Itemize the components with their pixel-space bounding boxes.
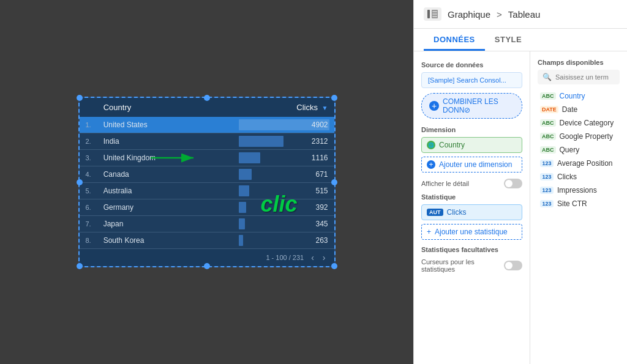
- search-icon: 🔍: [543, 73, 552, 81]
- afficher-detail-row: Afficher le détail: [421, 179, 522, 188]
- row-clicks: 4902: [239, 117, 334, 133]
- field-item[interactable]: 123 Impressions: [538, 184, 620, 197]
- add-dim-label: Ajouter une dimension: [439, 160, 512, 169]
- curseurs-section: Curseurs pour les statistiques: [421, 258, 522, 273]
- statistique-chip-label: Clicks: [447, 208, 467, 217]
- add-dim-plus-icon: +: [427, 160, 435, 169]
- row-num: 7.: [80, 216, 97, 232]
- row-num: 3.: [80, 150, 97, 166]
- panel-header: Graphique > Tableau: [414, 0, 627, 29]
- row-num: 6.: [80, 199, 97, 216]
- resize-handle-ml[interactable]: [77, 179, 83, 185]
- field-item[interactable]: 123 Clicks: [538, 170, 620, 184]
- row-num: 2.: [80, 133, 97, 150]
- next-page-button[interactable]: ›: [320, 253, 328, 262]
- datasource-button[interactable]: [Sample] Search Consol...: [421, 72, 522, 88]
- field-type-badge: ABC: [540, 146, 556, 154]
- field-type-badge: 123: [540, 200, 554, 207]
- row-clicks: 263: [239, 232, 334, 249]
- table-icon-wide: [432, 10, 438, 18]
- row-clicks: 345: [239, 216, 334, 232]
- field-item[interactable]: 123 Average Position: [538, 157, 620, 170]
- dimension-chip-country[interactable]: 🌐 Country: [421, 137, 522, 153]
- row-num: 8.: [80, 232, 97, 249]
- clic-annotation: clic: [260, 191, 297, 217]
- field-name: Clicks: [557, 173, 577, 181]
- field-name: Country: [560, 92, 585, 100]
- combine-plus-icon: +: [429, 101, 439, 111]
- curseurs-label: Curseurs pour les: [421, 258, 475, 266]
- curseurs-toggle-row: Curseurs pour les statistiques: [421, 258, 522, 273]
- table-row: 1. United States 4902: [80, 117, 334, 133]
- sort-arrow-icon: ▼: [322, 105, 328, 111]
- prev-page-button[interactable]: ‹: [309, 253, 317, 262]
- field-item[interactable]: ABC Device Category: [538, 116, 620, 130]
- field-item[interactable]: DATE Date: [538, 103, 620, 116]
- field-type-badge: ABC: [540, 133, 556, 140]
- curseurs-toggle[interactable]: [504, 261, 522, 270]
- resize-handle-br[interactable]: [331, 263, 337, 269]
- add-stat-plus-icon: +: [427, 228, 431, 236]
- field-item[interactable]: ABC Google Property: [538, 130, 620, 143]
- table-icon-line: [427, 10, 430, 18]
- table-row: 4. Canada 671: [80, 166, 334, 183]
- right-panel: Graphique > Tableau DONNÉES STYLE Source…: [413, 0, 627, 364]
- data-table: Country Clicks ▼ 1. United States 4902 2…: [80, 98, 334, 249]
- statistique-chip-clicks[interactable]: AUT Clicks: [421, 204, 522, 220]
- field-name: Impressions: [557, 186, 597, 195]
- col-num-header: [80, 98, 97, 117]
- field-type-badge: ABC: [540, 119, 556, 127]
- afficher-detail-toggle[interactable]: [504, 179, 522, 188]
- dimension-chip-label: Country: [439, 141, 465, 149]
- resize-handle-bl[interactable]: [77, 263, 83, 269]
- aut-badge: AUT: [427, 209, 443, 216]
- field-item[interactable]: 123 Site CTR: [538, 197, 620, 210]
- statistique-label: Statistique: [421, 193, 522, 201]
- table-row: 3. United Kingdom 1116: [80, 150, 334, 166]
- row-country: South Korea: [97, 232, 239, 249]
- resize-handle-tm[interactable]: [204, 95, 210, 101]
- add-statistique-button[interactable]: + Ajouter une statistique: [421, 224, 522, 240]
- datasource-label: Source de données: [421, 61, 522, 69]
- field-name: Site CTR: [557, 199, 587, 208]
- field-type-badge: 123: [540, 160, 554, 167]
- row-country: Australia: [97, 183, 239, 199]
- field-name: Query: [560, 146, 580, 154]
- field-type-badge: 123: [540, 187, 554, 194]
- col-clicks-header[interactable]: Clicks ▼: [239, 98, 334, 117]
- field-item[interactable]: ABC Country: [538, 89, 620, 103]
- afficher-detail-label: Afficher le détail: [421, 180, 469, 187]
- tab-donnees[interactable]: DONNÉES: [424, 29, 485, 51]
- row-num: 1.: [80, 117, 97, 133]
- fields-list: ABC Country DATE Date ABC Device Categor…: [538, 89, 620, 210]
- add-dimension-button[interactable]: + Ajouter une dimension: [421, 157, 522, 173]
- row-num: 5.: [80, 183, 97, 199]
- data-table-wrapper: Country Clicks ▼ 1. United States 4902 2…: [80, 98, 334, 266]
- tab-style[interactable]: STYLE: [485, 29, 531, 51]
- col-country-header[interactable]: Country: [97, 98, 239, 117]
- search-input[interactable]: [555, 73, 615, 81]
- row-country: Germany: [97, 199, 239, 216]
- green-arrow-annotation: [151, 146, 200, 170]
- resize-handle-bm[interactable]: [204, 263, 210, 269]
- field-type-badge: DATE: [540, 106, 558, 113]
- pagination-nav: ‹ ›: [309, 253, 328, 262]
- resize-handle-tr[interactable]: [331, 95, 337, 101]
- field-name: Average Position: [557, 159, 613, 168]
- field-item[interactable]: ABC Query: [538, 143, 620, 157]
- panel-left-col: Source de données [Sample] Search Consol…: [414, 51, 530, 364]
- field-type-badge: 123: [540, 173, 554, 180]
- row-country: United States: [97, 117, 239, 133]
- tableau-icon: [424, 7, 441, 21]
- globe-icon: 🌐: [427, 141, 435, 149]
- combine-button[interactable]: + COMBINER LES DONN⊘: [421, 93, 522, 119]
- resize-handle-tl[interactable]: [77, 95, 83, 101]
- table-row: 8. South Korea 263: [80, 232, 334, 249]
- field-name: Google Property: [560, 132, 613, 141]
- pagination-text: 1 - 100 / 231: [266, 254, 304, 261]
- table-row: 2. India 2312: [80, 133, 334, 150]
- row-country: Japan: [97, 216, 239, 232]
- resize-handle-mr[interactable]: [331, 179, 337, 185]
- panel-tabs: DONNÉES STYLE: [414, 29, 627, 51]
- row-clicks: 671: [239, 166, 334, 183]
